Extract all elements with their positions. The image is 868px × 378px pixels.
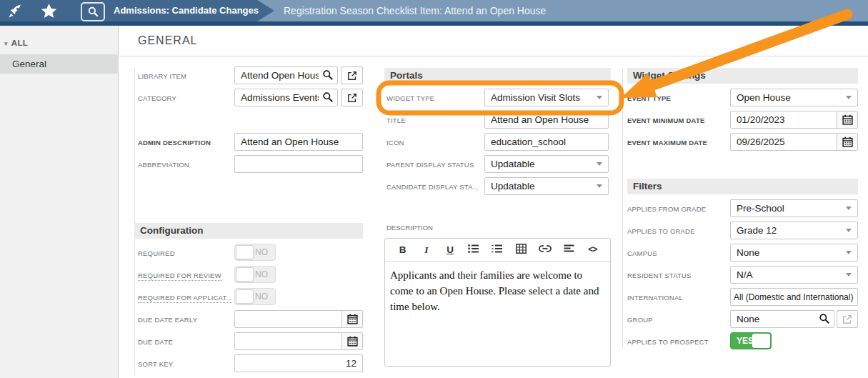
required-for-applicant-toggle[interactable]: NO: [234, 288, 276, 305]
abbreviation-input[interactable]: [234, 155, 363, 173]
field-row-icon: ICON: [386, 133, 611, 151]
parent-display-status-value: Updatable: [491, 159, 594, 169]
sidebar-group-label: ALL: [11, 39, 28, 47]
section-header-portals: Portals: [384, 68, 611, 84]
international-value: All (Domestic and International): [734, 292, 854, 302]
star-favorites-icon[interactable]: [40, 2, 58, 23]
bold-icon[interactable]: B: [395, 244, 411, 255]
toggle-state-label: YES: [737, 336, 754, 346]
external-link-icon: [347, 71, 357, 81]
applies-from-grade-value: Pre-School: [737, 203, 843, 214]
section-header-filters: Filters: [627, 179, 858, 194]
due-date-early-label: DUE DATE EARLY: [138, 316, 197, 324]
library-item-lookup: [234, 66, 338, 84]
field-row-campus: CAMPUS None: [627, 244, 858, 262]
toggle-state-label: NO: [255, 292, 268, 302]
due-date-calendar-button[interactable]: [341, 333, 362, 349]
field-row-title: TITLE: [386, 111, 611, 129]
sort-key-label: SORT KEY: [138, 360, 173, 368]
due-date-early-input[interactable]: [235, 311, 341, 327]
code-view-icon[interactable]: <>: [584, 245, 600, 255]
event-type-select[interactable]: Open House: [730, 89, 858, 106]
chevron-down-icon: [597, 184, 602, 188]
field-row-required-for-review: REQUIRED FOR REVIEW NO: [138, 266, 363, 284]
field-row-due-date-early: DUE DATE EARLY: [138, 310, 363, 328]
campus-select[interactable]: None: [730, 244, 858, 262]
chevron-down-icon: [846, 273, 852, 277]
library-item-open-record-button[interactable]: [341, 66, 363, 84]
icon-input[interactable]: [484, 133, 609, 151]
field-row-applies-to-grade: APPLIES TO GRADE Grade 12: [627, 222, 858, 239]
title-input[interactable]: [484, 111, 609, 129]
group-lookup: [730, 310, 834, 328]
applies-to-prospect-toggle[interactable]: YES: [730, 332, 772, 349]
table-icon[interactable]: [514, 244, 529, 256]
event-type-value: Open House: [737, 92, 843, 103]
field-row-required: REQUIRED NO: [138, 244, 363, 262]
sidebar-group-all[interactable]: ▾ALL: [4, 39, 28, 47]
applies-to-grade-select[interactable]: Grade 12: [730, 222, 858, 239]
field-row-candidate-display-status: CANDIDATE DISPLAY STA... Updatable: [386, 177, 611, 195]
due-date-field: [234, 332, 363, 350]
link-icon[interactable]: [537, 244, 553, 255]
field-row-required-for-applicant: REQUIRED FOR APPLICAT... NO: [138, 288, 363, 306]
external-link-icon: [842, 314, 852, 324]
description-text[interactable]: Applicants and their families are welcom…: [385, 262, 610, 320]
group-open-record-button-disabled[interactable]: [837, 310, 858, 328]
search-icon[interactable]: [322, 69, 334, 84]
field-row-due-date: DUE DATE: [138, 332, 363, 350]
field-row-admin-description: ADMIN DESCRIPTION: [138, 133, 363, 151]
search-icon[interactable]: [819, 313, 830, 327]
resident-status-select[interactable]: N/A: [730, 266, 858, 284]
event-minimum-date-input[interactable]: 01/20/2023: [731, 111, 837, 128]
due-date-early-calendar-button[interactable]: [341, 311, 362, 327]
ordered-list-icon[interactable]: [489, 244, 505, 256]
field-row-resident-status: RESIDENT STATUS N/A: [627, 266, 858, 284]
category-open-record-button[interactable]: [341, 89, 363, 106]
chevron-down-icon: [846, 207, 852, 210]
rich-text-toolbar: B I U <>: [385, 239, 610, 262]
applies-from-grade-select[interactable]: Pre-School: [730, 199, 858, 217]
breadcrumb-tab-admissions[interactable]: Admissions: Candidate Changes: [114, 0, 259, 21]
sidebar-item-general[interactable]: General: [0, 54, 119, 74]
search-button[interactable]: [81, 2, 105, 21]
event-maximum-date-field: 09/26/2025: [730, 133, 858, 151]
breadcrumb-current-page[interactable]: Registration Season Checklist Item: Atte…: [284, 0, 546, 21]
due-date-input[interactable]: [235, 333, 341, 349]
admin-description-input[interactable]: [234, 133, 363, 151]
required-for-review-toggle[interactable]: NO: [234, 266, 276, 283]
required-toggle[interactable]: NO: [234, 244, 276, 261]
event-minimum-date-calendar-button[interactable]: [837, 111, 857, 128]
field-row-applies-from-grade: APPLIES FROM GRADE Pre-School: [627, 199, 858, 217]
abbreviation-label: ABBREVIATION: [138, 161, 189, 169]
event-maximum-date-calendar-button[interactable]: [837, 134, 857, 150]
widget-type-value: Admission Visit Slots: [491, 92, 594, 103]
category-lookup: [234, 89, 338, 106]
field-row-event-minimum-date: EVENT MINIMUM DATE 01/20/2023: [627, 111, 858, 129]
top-navigation-bar: Registration Season Checklist Item: Atte…: [0, 0, 868, 26]
align-icon[interactable]: [561, 244, 577, 255]
chevron-down-icon: [846, 229, 852, 232]
toggle-knob: [752, 334, 770, 348]
column3-left-border: [622, 68, 623, 349]
candidate-display-status-label: CANDIDATE DISPLAY STA...: [386, 183, 479, 191]
event-type-label: EVENT TYPE: [627, 94, 671, 102]
group-label: GROUP: [627, 316, 653, 324]
title-label: TITLE: [386, 116, 406, 124]
candidate-display-status-select[interactable]: Updatable: [484, 177, 609, 195]
resident-status-label: RESIDENT STATUS: [627, 272, 692, 279]
parent-display-status-select[interactable]: Updatable: [484, 155, 609, 173]
international-select[interactable]: All (Domestic and International): [730, 288, 858, 306]
widget-type-select[interactable]: Admission Visit Slots: [484, 89, 609, 106]
rocket-icon[interactable]: [7, 3, 24, 22]
underline-icon[interactable]: U: [442, 244, 458, 255]
search-icon[interactable]: [322, 91, 334, 106]
italic-icon[interactable]: I: [419, 244, 434, 256]
library-item-label: LIBRARY ITEM: [138, 72, 186, 80]
event-maximum-date-input[interactable]: 09/26/2025: [731, 134, 837, 150]
description-label: DESCRIPTION: [386, 224, 433, 232]
bullet-list-icon[interactable]: [466, 244, 482, 256]
event-minimum-date-field: 01/20/2023: [730, 111, 858, 129]
sort-key-input[interactable]: [234, 354, 363, 372]
field-row-international: INTERNATIONAL All (Domestic and Internat…: [627, 288, 858, 306]
